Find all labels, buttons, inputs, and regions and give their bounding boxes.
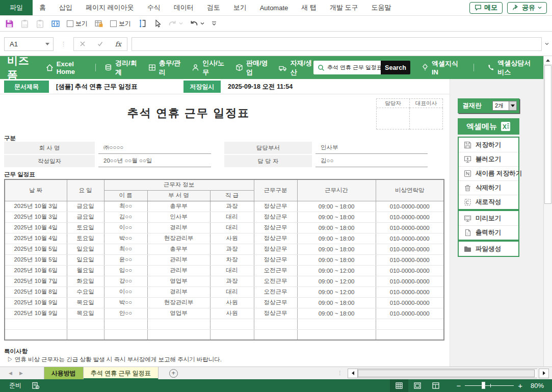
schedule-cell[interactable]: 2025년 10월 7일 <box>5 276 67 286</box>
view-normal-button[interactable] <box>390 379 408 392</box>
tab-review[interactable]: 검토 <box>200 0 227 15</box>
tab-new-tab[interactable]: 새 탭 <box>295 0 323 15</box>
zoom-slider-thumb[interactable] <box>482 382 485 389</box>
schedule-cell[interactable]: 09:00 ~ 18:00 <box>297 201 376 212</box>
schedule-cell[interactable]: 010-0000-0000 <box>376 276 444 286</box>
schedule-cell[interactable] <box>147 329 210 340</box>
search-button[interactable]: Search <box>381 61 410 74</box>
print-button[interactable]: 출력하기 <box>459 225 518 240</box>
tab-insert[interactable]: 삽입 <box>52 0 79 15</box>
schedule-cell[interactable]: 정상근무 <box>254 244 297 254</box>
save-icon[interactable] <box>5 19 14 28</box>
schedule-cell[interactable]: 010-0000-0000 <box>376 297 444 308</box>
schedule-cell[interactable]: 010-0000-0000 <box>376 201 444 212</box>
horizontal-scrollbar-thumb[interactable] <box>358 370 535 377</box>
schedule-cell[interactable]: 09:00 ~ 18:00 <box>297 244 376 254</box>
tab-automate[interactable]: Automate <box>253 0 295 15</box>
schedule-cell[interactable]: 금요일 <box>67 201 104 212</box>
tab-view[interactable]: 보기 <box>227 0 253 15</box>
schedule-cell[interactable]: 이○○ <box>104 222 147 233</box>
schedule-cell[interactable]: 2025년 10월 4일 <box>5 222 67 233</box>
schedule-cell[interactable]: 목요일 <box>67 297 104 308</box>
schedule-cell[interactable]: 과장 <box>210 201 254 212</box>
vertical-scrollbar-thumb[interactable] <box>544 65 551 204</box>
view-toggle-1[interactable]: 보기 <box>67 19 88 28</box>
preview-button[interactable]: 미리보기 <box>459 211 518 225</box>
nav-category-accounting[interactable]: 경리/회계 <box>104 59 139 77</box>
schedule-cell[interactable]: 토요일 <box>67 233 104 244</box>
schedule-cell[interactable]: 09:00 ~ 18:00 <box>297 297 376 308</box>
formula-bar-handle[interactable]: ⋮ <box>61 41 66 46</box>
row-height-icon[interactable] <box>138 19 147 28</box>
comments-button[interactable]: 메모 <box>469 2 503 14</box>
new-document-button[interactable]: 새로작성 <box>459 195 518 209</box>
delete-button[interactable]: 삭제하기 <box>459 180 518 195</box>
nav-category-materials[interactable]: 자재/생산 <box>279 59 313 77</box>
scrollbar-resize-handle[interactable]: ⋮ <box>337 371 343 375</box>
schedule-cell[interactable]: 010-0000-0000 <box>376 222 444 233</box>
schedule-cell[interactable]: 화요일 <box>67 276 104 286</box>
cancel-icon[interactable] <box>80 41 86 47</box>
name-box[interactable]: A1 <box>4 37 54 51</box>
schedule-cell[interactable]: 정상근무 <box>254 308 297 319</box>
approval-count-dropdown[interactable]: 2개 <box>492 101 517 111</box>
schedule-cell[interactable]: 09:00 ~ 18:00 <box>297 212 376 222</box>
save-as-button[interactable]: 새이름 저장하기 <box>459 166 518 180</box>
tab-data[interactable]: 데이터 <box>167 0 200 15</box>
schedule-cell[interactable]: 010-0000-0000 <box>376 265 444 276</box>
schedule-cell[interactable]: 윤○○ <box>104 254 147 265</box>
schedule-cell[interactable]: 대리 <box>210 222 254 233</box>
schedule-cell[interactable]: 사원 <box>210 308 254 319</box>
save-button[interactable]: 저장하기 <box>459 138 518 152</box>
load-button[interactable]: 불러오기 <box>459 152 518 166</box>
schedule-cell[interactable]: 경리부 <box>147 286 210 297</box>
schedule-cell[interactable] <box>254 319 297 329</box>
column-width-icon[interactable] <box>51 19 60 28</box>
sheet-tab-usage[interactable]: 사용방법 <box>44 367 84 379</box>
schedule-cell[interactable]: 2025년 10월 5일 <box>5 254 67 265</box>
schedule-cell[interactable]: 박○○ <box>104 297 147 308</box>
scroll-right-button[interactable] <box>539 369 549 378</box>
view-toggle-2[interactable]: 보기 <box>110 19 131 28</box>
schedule-cell[interactable]: 임○○ <box>104 265 147 276</box>
enter-icon[interactable] <box>97 41 103 47</box>
schedule-cell[interactable] <box>104 329 147 340</box>
vertical-scrollbar[interactable] <box>543 56 552 367</box>
schedule-cell[interactable]: 최○○ <box>104 201 147 212</box>
schedule-cell[interactable]: 2025년 10월 6일 <box>5 265 67 276</box>
schedule-cell[interactable]: 2025년 10월 3일 <box>5 201 67 212</box>
schedule-cell[interactable]: 김○○ <box>104 212 147 222</box>
schedule-cell[interactable]: 09:00 ~ 18:00 <box>297 254 376 265</box>
schedule-cell[interactable]: 정상근무 <box>254 297 297 308</box>
schedule-cell[interactable]: 010-0000-0000 <box>376 254 444 265</box>
schedule-cell[interactable]: 관리부 <box>147 254 210 265</box>
schedule-cell[interactable]: 정상근무 <box>254 201 297 212</box>
scroll-up-button[interactable] <box>544 56 552 65</box>
schedule-cell[interactable]: 토요일 <box>67 222 104 233</box>
horizontal-scrollbar-track[interactable] <box>358 369 537 378</box>
view-page-layout-button[interactable] <box>408 379 427 392</box>
undo-button[interactable] <box>190 20 204 28</box>
schedule-cell[interactable]: 총무부 <box>147 244 210 254</box>
tab-developer[interactable]: 개발 도구 <box>323 0 365 15</box>
field-value-date[interactable]: 20○○년 ○○월 ○○일 <box>98 155 211 167</box>
schedule-cell[interactable]: 2025년 10월 9일 <box>5 308 67 319</box>
schedule-cell[interactable] <box>5 329 67 340</box>
schedule-cell[interactable]: 정상근무 <box>254 254 297 265</box>
nav-category-general-affairs[interactable]: 총무/관리 <box>148 59 182 77</box>
tab-help[interactable]: 도움말 <box>365 0 398 15</box>
schedule-cell[interactable]: 정상근무 <box>254 233 297 244</box>
schedule-cell[interactable]: 총무부 <box>147 201 210 212</box>
schedule-cell[interactable]: 09:00 ~ 18:00 <box>297 308 376 319</box>
zoom-out-button[interactable]: − <box>452 382 465 389</box>
name-box-dropdown-icon[interactable] <box>45 43 49 45</box>
insert-function-icon[interactable]: fx <box>115 40 121 48</box>
schedule-cell[interactable]: 현장관리부 <box>147 233 210 244</box>
formula-input[interactable] <box>132 37 542 51</box>
accessibility-check-icon[interactable] <box>32 382 40 389</box>
schedule-cell[interactable]: 안○○ <box>104 308 147 319</box>
schedule-cell[interactable] <box>210 319 254 329</box>
schedule-cell[interactable] <box>147 319 210 329</box>
view-page-break-button[interactable] <box>427 379 445 392</box>
schedule-cell[interactable]: 오전근무 <box>254 286 297 297</box>
